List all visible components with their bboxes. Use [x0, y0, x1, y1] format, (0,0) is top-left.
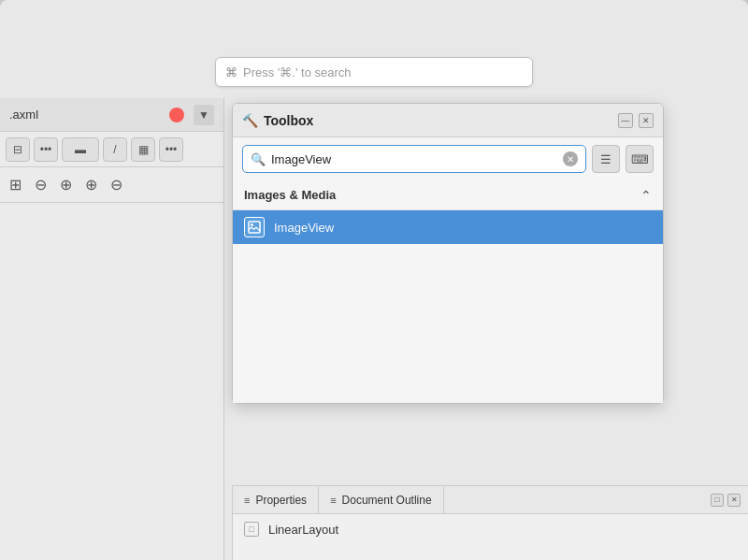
- editor-toolbar: ⊟ ••• ▬ / ▦ •••: [0, 132, 223, 167]
- search-placeholder-text: Press '⌘.' to search: [243, 65, 352, 79]
- global-search-bar[interactable]: ⌘ Press '⌘.' to search: [215, 57, 533, 87]
- toolbar-more-btn[interactable]: •••: [34, 137, 58, 162]
- zoom-fit-icon[interactable]: ⊞: [9, 176, 22, 194]
- document-outline-tab[interactable]: ≡ Document Outline: [319, 486, 443, 514]
- document-outline-content: □ LinearLayout: [233, 514, 748, 544]
- toolbox-category-label: Images & Media: [244, 188, 336, 202]
- svg-rect-0: [249, 222, 260, 233]
- toolbox-item-imageview-label: ImageView: [274, 221, 334, 235]
- toolbox-search-row: 🔍 ✕ ☰ ⌨: [233, 137, 663, 180]
- zoom-actual-icon[interactable]: ⊖: [35, 176, 47, 194]
- toolbox-search-input[interactable]: [271, 152, 557, 166]
- toolbar-layout-btn[interactable]: ⊟: [6, 137, 30, 162]
- toolbox-search-icon: 🔍: [251, 152, 266, 166]
- hammer-icon: 🔨: [242, 113, 258, 128]
- toolbox-window-buttons: — ✕: [618, 113, 654, 128]
- toolbar-draw-btn[interactable]: /: [103, 137, 127, 162]
- toolbox-item-imageview-icon: [244, 217, 265, 237]
- toolbox-category-collapse-button[interactable]: ⌃: [640, 188, 652, 203]
- toolbox-search-field[interactable]: 🔍 ✕: [242, 145, 586, 173]
- toolbox-minimize-button[interactable]: —: [618, 113, 633, 128]
- left-panel-header: .axml ✕ ▼: [0, 98, 223, 132]
- left-panel: .axml ✕ ▼ ⊟ ••• ▬ / ▦ ••• ⊞ ⊖ ⊕ ⊕ ⊖: [0, 98, 224, 560]
- toolbox-title-label: Toolbox: [264, 113, 313, 128]
- bottom-panel-window-buttons: □ ✕: [711, 494, 748, 507]
- toolbox-panel: 🔨 Toolbox — ✕ 🔍 ✕ ☰ ⌨ Images & Media ⌃: [232, 103, 664, 404]
- document-outline-tab-label: Document Outline: [342, 494, 432, 507]
- toolbox-items-list: ImageView: [233, 210, 663, 244]
- zoom-reset-icon[interactable]: ⊖: [110, 176, 122, 194]
- zoom-out-icon[interactable]: ⊕: [85, 176, 97, 194]
- toolbox-grid-view-button[interactable]: ⌨: [626, 145, 654, 173]
- toolbox-category-row: Images & Media ⌃: [233, 180, 663, 210]
- tab-dropdown-button[interactable]: ▼: [194, 105, 214, 125]
- toolbox-search-clear-button[interactable]: ✕: [563, 151, 578, 166]
- linear-layout-label: LinearLayout: [268, 523, 338, 537]
- properties-tab-label: Properties: [255, 494, 307, 507]
- bottom-panel: ≡ Properties ≡ Document Outline □ ✕ □ Li…: [232, 485, 748, 560]
- bottom-panel-minimize-button[interactable]: □: [711, 494, 724, 507]
- properties-tab-icon: ≡: [244, 495, 250, 506]
- bottom-tabs-bar: ≡ Properties ≡ Document Outline □ ✕: [233, 486, 748, 514]
- bottom-panel-close-button[interactable]: ✕: [727, 494, 741, 507]
- toolbox-titlebar: 🔨 Toolbox — ✕: [233, 104, 663, 137]
- toolbox-title-area: 🔨 Toolbox: [242, 113, 313, 128]
- toolbar-widget-btn[interactable]: ▬: [62, 137, 99, 162]
- linear-layout-icon: □: [244, 522, 259, 537]
- search-icon: ⌘: [225, 65, 237, 79]
- properties-tab[interactable]: ≡ Properties: [233, 486, 319, 514]
- toolbar-extra-btn[interactable]: •••: [159, 137, 183, 162]
- tab-close-button[interactable]: ✕: [169, 108, 184, 122]
- toolbox-empty-area: [233, 244, 663, 403]
- toolbar-grid-btn[interactable]: ▦: [131, 137, 155, 162]
- file-tab-label[interactable]: .axml: [9, 108, 38, 122]
- toolbox-item-imageview[interactable]: ImageView: [233, 210, 663, 244]
- zoom-toolbar: ⊞ ⊖ ⊕ ⊕ ⊖: [0, 167, 223, 203]
- top-search-area: ⌘ Press '⌘.' to search: [0, 51, 748, 93]
- toolbox-list-view-button[interactable]: ☰: [592, 145, 620, 173]
- toolbox-close-button[interactable]: ✕: [639, 113, 654, 128]
- zoom-in-icon[interactable]: ⊕: [60, 176, 72, 194]
- svg-point-1: [251, 223, 253, 226]
- document-outline-tab-icon: ≡: [330, 495, 336, 506]
